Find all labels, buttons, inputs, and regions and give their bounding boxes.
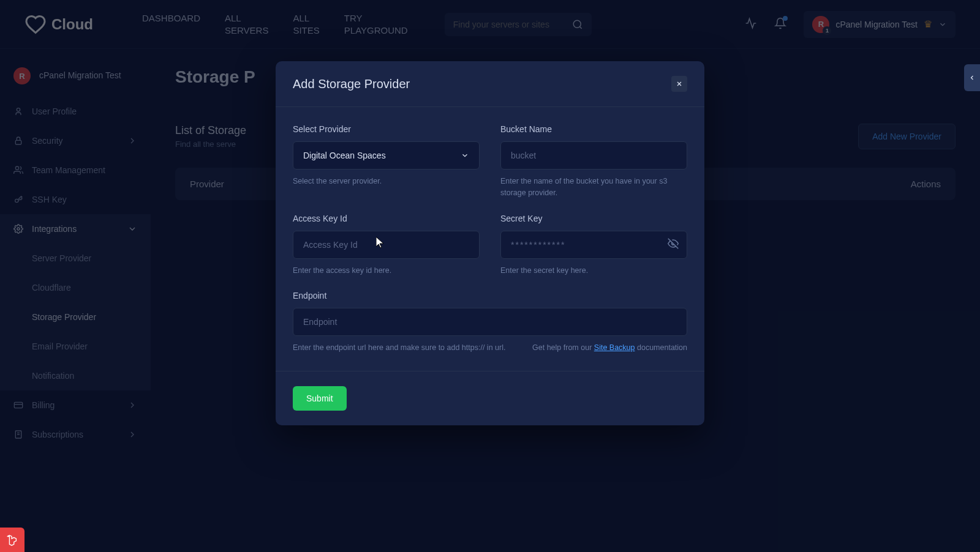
hint-select-provider: Select the server provider.	[293, 176, 480, 187]
hint-bucket-name: Enter the name of the bucket you have in…	[500, 176, 687, 199]
field-select-provider: Select Provider Digital Ocean Spaces Sel…	[293, 124, 480, 199]
toggle-secret-visibility-button[interactable]	[668, 238, 679, 252]
field-bucket-name: Bucket Name Enter the name of the bucket…	[500, 124, 687, 199]
field-endpoint: Endpoint	[293, 291, 687, 336]
label-bucket-name: Bucket Name	[500, 124, 687, 134]
modal-title: Add Storage Provider	[293, 77, 410, 91]
secret-key-input[interactable]	[500, 231, 687, 259]
field-access-key: Access Key Id Enter the access key id he…	[293, 214, 480, 277]
eye-off-icon	[668, 238, 679, 249]
bucket-name-input[interactable]	[500, 141, 687, 170]
label-secret-key: Secret Key	[500, 214, 687, 223]
label-endpoint: Endpoint	[293, 291, 687, 300]
endpoint-input[interactable]	[293, 308, 687, 336]
label-access-key: Access Key Id	[293, 214, 480, 223]
label-select-provider: Select Provider	[293, 124, 480, 134]
field-secret-key: Secret Key Enter the secret key here.	[500, 214, 687, 277]
access-key-input[interactable]	[293, 231, 480, 259]
hint-secret-key: Enter the secret key here.	[500, 265, 687, 277]
help-text: Get help from our Site Backup documentat…	[532, 342, 687, 354]
close-button[interactable]	[671, 76, 687, 92]
side-panel-toggle[interactable]	[964, 64, 980, 91]
hint-access-key: Enter the access key id here.	[293, 265, 480, 277]
modal-overlay[interactable]: Add Storage Provider Select Provider Dig…	[0, 0, 980, 552]
close-icon	[676, 80, 683, 88]
site-backup-link[interactable]: Site Backup	[594, 343, 635, 352]
chevron-left-icon	[968, 74, 976, 81]
laravel-icon	[6, 533, 19, 546]
select-provider-dropdown[interactable]: Digital Ocean Spaces	[293, 141, 480, 170]
hint-endpoint: Enter the endpoint url here and make sur…	[293, 342, 505, 354]
chevron-down-icon	[461, 151, 469, 160]
add-storage-provider-modal: Add Storage Provider Select Provider Dig…	[276, 61, 704, 425]
submit-button[interactable]: Submit	[293, 386, 347, 411]
laravel-badge[interactable]	[0, 528, 24, 552]
